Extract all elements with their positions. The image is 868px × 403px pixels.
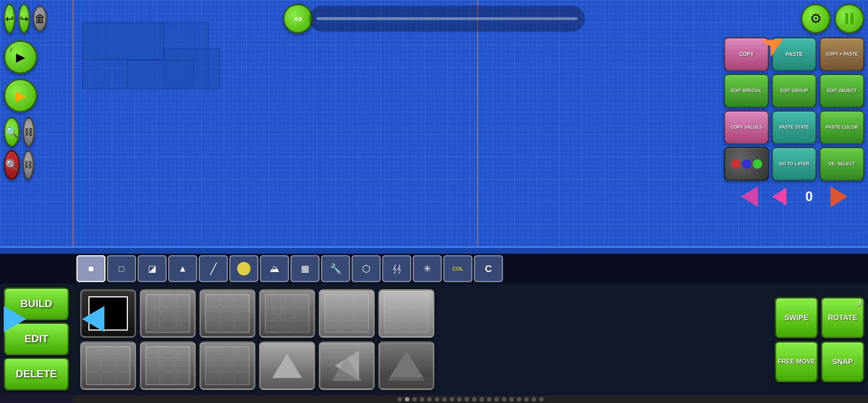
scroll-dot-4 <box>420 397 424 402</box>
link2-icon: ⛓ <box>24 160 32 170</box>
object-3-preview <box>205 294 250 333</box>
speed-arrows-icon: ⇔ <box>294 13 302 25</box>
left-toolbar: ↩ ↪ 🗑 ♪ ▶ ▶ 🔍 ⛓ 🔍 ⛓ <box>0 0 37 184</box>
redo-button[interactable]: ↪ <box>18 4 30 34</box>
tools-icon: 🔧 <box>330 263 342 275</box>
scroll-dot-6 <box>435 397 439 402</box>
object-11-preview <box>320 343 373 388</box>
hexagon-icon: ⬡ <box>362 263 371 275</box>
scroll-dot-11 <box>472 397 477 402</box>
rotate-button[interactable]: ROTATE ↺ <box>821 297 864 338</box>
object-item-2[interactable] <box>140 289 196 338</box>
mountain-icon: ⛰ <box>270 263 279 275</box>
layer-number: 0 <box>798 189 820 204</box>
object-item-6[interactable] <box>378 289 434 338</box>
object-item-3[interactable] <box>199 289 255 338</box>
layer-right-arrow-icon <box>830 186 847 207</box>
object-item-5[interactable] <box>319 289 375 338</box>
bottom-scrollbar[interactable] <box>73 396 868 403</box>
tab-effects[interactable]: ✳ <box>413 255 442 282</box>
zoom-out-button[interactable]: 🔍 <box>4 150 20 180</box>
redo-icon: ↪ <box>20 13 28 25</box>
scroll-dot-3 <box>412 397 417 402</box>
undo-button[interactable]: ↩ <box>4 4 15 34</box>
tab-color[interactable]: COL <box>443 255 472 282</box>
scroll-dot-14 <box>494 397 499 402</box>
color-picker-button[interactable] <box>724 147 769 181</box>
object-item-4[interactable] <box>259 289 315 338</box>
scroll-dot-17 <box>517 397 521 402</box>
object-item-8[interactable] <box>140 341 196 390</box>
delete-mode-button[interactable]: DELETE <box>4 357 69 390</box>
layer-next-button[interactable] <box>826 184 852 210</box>
zoom-out-icon: 🔍 <box>5 159 18 171</box>
objects-next-button[interactable] <box>0 306 30 332</box>
tab-circles[interactable] <box>229 255 258 282</box>
outline-block-icon: □ <box>119 263 125 274</box>
pause-button[interactable] <box>834 4 864 34</box>
object-item-11[interactable] <box>319 341 375 390</box>
tab-tools[interactable]: 🔧 <box>321 255 350 282</box>
scroll-dot-5 <box>427 397 432 402</box>
paste-state-button[interactable]: PASTE STATE <box>772 110 817 144</box>
play-icon: ▶ <box>16 50 25 64</box>
edit-special-button[interactable]: EDIT SPECIAL <box>724 74 769 107</box>
copy-values-button[interactable]: COPY VALUES <box>724 110 769 144</box>
object-row-1 <box>80 289 764 338</box>
object-item-12[interactable] <box>378 341 434 390</box>
object-5-preview <box>324 294 369 333</box>
terrain-icon: 𝄞𝄞 <box>392 265 401 273</box>
objects-prev-icon <box>82 306 104 332</box>
object-item-7[interactable] <box>80 341 136 390</box>
tab-solid-blocks[interactable]: ■ <box>76 255 106 282</box>
play-stop-icon: ▶ <box>15 87 26 104</box>
speed-bar[interactable] <box>309 6 585 32</box>
object-10-preview <box>261 343 314 388</box>
object-item-10[interactable] <box>259 341 315 390</box>
object-tabs: ■ □ ◪ ▲ ╱ ⛰ ▦ 🔧 ⬡ 𝄞𝄞 ✳ COL C <box>73 254 868 284</box>
tab-terrain[interactable]: 𝄞𝄞 <box>382 255 411 282</box>
tab-outline-blocks[interactable]: □ <box>107 255 136 282</box>
scroll-dot-16 <box>509 397 514 402</box>
swipe-button[interactable]: SWIPE <box>775 297 818 338</box>
objects-prev-button[interactable] <box>78 306 108 332</box>
object-item-9[interactable] <box>199 341 255 390</box>
link2-button[interactable]: ⛓ <box>23 150 34 180</box>
free-move-button[interactable]: FREE MOVE <box>775 341 818 382</box>
pause-icon <box>845 13 853 24</box>
rotate-icon: ↺ <box>856 300 861 307</box>
link-button[interactable]: ⛓ <box>23 117 35 147</box>
play-stop-button[interactable]: ▶ <box>4 79 37 112</box>
tab-hexagons[interactable]: ⬡ <box>352 255 381 282</box>
tab-lines[interactable]: ╱ <box>199 255 228 282</box>
copy-paste-button[interactable]: COPY + PASTE <box>820 37 864 71</box>
settings-button[interactable]: ⚙ <box>801 4 831 34</box>
object-6-preview <box>384 294 429 333</box>
object-grid <box>73 284 771 396</box>
speed-arrow-button[interactable]: ⇔ <box>283 4 313 34</box>
undo-icon: ↩ <box>5 13 14 25</box>
layer-prev2-button[interactable] <box>766 184 792 210</box>
go-to-layer-button[interactable]: GO TO LAYER <box>772 147 817 181</box>
delete-icon: 🗑 <box>34 12 45 25</box>
edit-group-button[interactable]: EDIT GROUP <box>772 74 817 107</box>
right-panel: COPY PASTE COPY + PASTE EDIT SPECIAL EDI… <box>724 37 864 210</box>
layer-left-arrow-icon <box>741 186 758 207</box>
delete-button[interactable]: 🗑 <box>33 6 47 32</box>
tab-custom[interactable]: C <box>474 255 503 282</box>
snap-button[interactable]: SNAP <box>821 341 864 382</box>
tab-slope-blocks[interactable]: ◪ <box>138 255 167 282</box>
de-select-button[interactable]: DE- SELECT <box>820 147 864 181</box>
edit-object-button[interactable]: EDIT OBJECT <box>820 74 864 107</box>
scroll-dot-7 <box>442 397 447 402</box>
tab-mountains[interactable]: ⛰ <box>260 255 289 282</box>
paste-color-button[interactable]: PASTE COLOR <box>820 110 864 144</box>
music-play-button[interactable]: ♪ ▶ <box>4 40 37 74</box>
tab-patterns[interactable]: ▦ <box>290 255 320 282</box>
tab-triangles[interactable]: ▲ <box>168 255 197 282</box>
layer-prev-button[interactable] <box>736 184 762 210</box>
scroll-dot-10 <box>465 397 469 402</box>
object-12-preview <box>380 343 433 388</box>
zoom-in-button[interactable]: 🔍 <box>4 117 20 147</box>
custom-tab-icon: C <box>485 263 492 275</box>
